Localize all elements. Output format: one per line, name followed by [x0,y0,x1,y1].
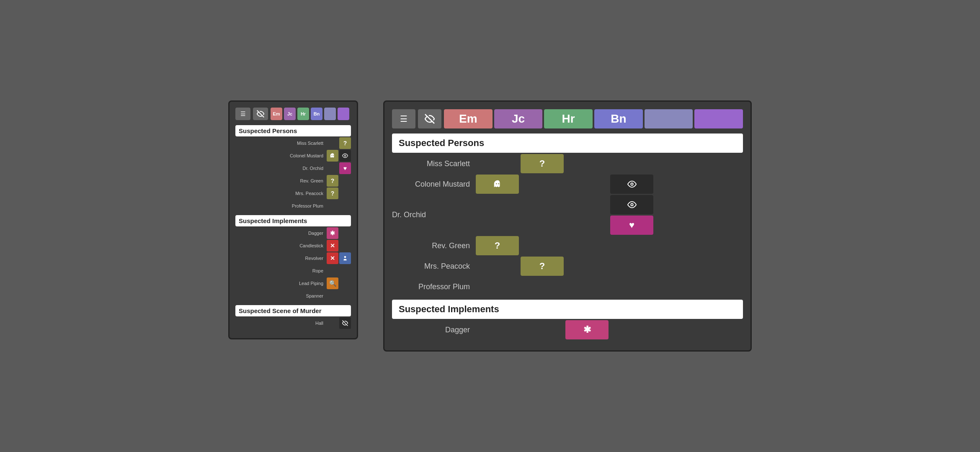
large-eye-slash-button[interactable] [418,109,441,128]
large-cell-orchid-stack: ♥ [610,195,653,235]
large-tab-em[interactable]: Em [444,109,493,128]
small-cell-empty-spanner1 [327,290,338,302]
large-cell-empty-pl6 [700,277,743,296]
small-label-lead-piping: Lead Piping [235,281,327,286]
small-row-dagger: Dagger ✱ [235,227,351,239]
large-row-miss-scarlett: Miss Scarlett ? [392,154,743,173]
small-cell-empty-candlestick [339,240,351,252]
small-row-lead-piping: Lead Piping 🔍 [235,277,351,289]
small-persons-header: Suspected Persons [235,125,351,136]
large-cell-question-green[interactable]: ? [476,236,519,255]
small-cell-empty-hall [327,317,338,329]
small-label-hall: Hall [235,321,327,326]
large-row-dagger: Dagger ✱ [392,320,743,339]
large-cell-empty-gr5 [655,236,698,255]
small-cells-spanner [327,290,351,302]
large-row-mrs-peacock: Mrs. Peacock ? [392,257,743,276]
large-cell-empty-or3 [565,195,609,214]
small-tab-bn[interactable]: Bn [311,108,322,120]
small-row-candlestick: Candlestick ✕ [235,240,351,252]
large-tab-p5[interactable] [645,109,693,128]
small-cell-empty-peacock [339,187,351,199]
small-cell-search-piping[interactable]: 🔍 [327,277,338,289]
small-label-rope: Rope [235,268,327,273]
small-panel: ☰ Em Jc Hr Bn Suspected Persons [228,100,358,339]
small-cell-person-revolver[interactable] [339,252,351,264]
large-cell-heart-orchid[interactable]: ♥ [610,216,653,235]
large-label-dr-orchid: Dr. Orchid [392,195,476,235]
large-tab-jc[interactable]: Jc [494,109,543,128]
large-cell-empty-pe4 [610,257,653,276]
small-cell-x-candlestick[interactable]: ✕ [327,240,338,252]
large-cell-question-sc[interactable]: ? [521,154,564,173]
large-cell-eye-orchid[interactable] [610,195,653,214]
large-cell-empty-or1 [476,195,519,214]
small-implements-header: Suspected Implements [235,215,351,226]
large-row-professor-plum: Professor Plum [392,277,743,296]
small-cell-eyeslash-hall[interactable] [339,317,351,329]
small-tab-p5[interactable] [324,108,336,120]
small-cell-empty-green [339,175,351,187]
large-cell-eye-mustard[interactable] [610,175,653,194]
large-cell-empty-sc6 [700,154,743,173]
large-panel: ☰ Em Jc Hr Bn Suspected Persons [383,100,752,352]
small-row-miss-scarlett: Miss Scarlett ? [235,137,351,149]
small-row-revolver: Revolver ✕ [235,252,351,264]
small-cells-colonel-mustard [327,150,351,162]
large-cell-empty-pl3 [565,277,609,296]
small-eye-slash-button[interactable] [253,108,268,120]
large-cell-empty-mu2 [521,175,564,194]
large-cell-ghost-mustard[interactable] [476,175,519,194]
small-cell-question[interactable]: ? [339,137,351,149]
small-cell-ghost-mustard[interactable] [327,150,338,162]
small-menu-button[interactable]: ☰ [235,108,250,120]
small-toolbar: ☰ Em Jc Hr Bn [235,108,351,120]
small-cell-empty-orchid [327,162,338,174]
small-cell-empty-plum2 [339,200,351,212]
large-cell-empty-mu3 [565,175,609,194]
large-tab-bn[interactable]: Bn [594,109,643,128]
small-cell-star-dagger[interactable]: ✱ [327,227,338,239]
large-tab-hr[interactable]: Hr [544,109,593,128]
large-cell-star-dagger[interactable]: ✱ [565,320,609,339]
large-label-miss-scarlett: Miss Scarlett [392,159,476,168]
large-cell-empty-mu5 [655,175,698,194]
small-cell-eye-mustard[interactable] [339,150,351,162]
large-cell-empty-gr6 [700,236,743,255]
small-cells-professor-plum [327,200,351,212]
small-label-professor-plum: Professor Plum [235,203,327,208]
large-cell-question-peacock[interactable]: ? [521,257,564,276]
small-cell-x-revolver[interactable]: ✕ [327,252,338,264]
small-cell-question-peacock[interactable]: ? [327,187,338,199]
small-cell-heart-orchid[interactable]: ♥ [339,162,351,174]
large-cells-dagger: ✱ [476,320,743,339]
small-label-dagger: Dagger [235,231,327,236]
svg-point-2 [333,155,334,156]
large-cell-empty-sc1 [476,154,519,173]
large-cell-empty-da1 [476,320,519,339]
small-cells-rope [327,265,351,277]
large-cell-empty-pe5 [655,257,698,276]
small-cell-empty [327,137,338,149]
small-label-spanner: Spanner [235,293,327,298]
svg-point-4 [344,256,346,258]
large-cells-mrs-peacock: ? [476,257,743,276]
large-label-professor-plum: Professor Plum [392,282,476,291]
small-cell-question-green[interactable]: ? [327,175,338,187]
large-cell-empty-da2 [521,320,564,339]
small-tab-p6[interactable] [338,108,349,120]
large-tab-p6[interactable] [694,109,743,128]
large-cell-empty-gr2 [521,236,564,255]
small-tab-jc[interactable]: Jc [284,108,296,120]
large-cell-empty-sc3 [565,154,609,173]
large-row-rev-green: Rev. Green ? [392,236,743,255]
large-row-dr-orchid: Dr. Orchid ♥ [392,195,743,235]
large-implements-header: Suspected Implements [392,300,743,319]
large-cell-empty-pl4 [610,277,653,296]
small-row-rope: Rope [235,265,351,277]
small-tab-em[interactable]: Em [271,108,282,120]
large-menu-button[interactable]: ☰ [392,109,415,128]
small-cells-dagger: ✱ [327,227,351,239]
small-tab-hr[interactable]: Hr [297,108,309,120]
small-cells-lead-piping: 🔍 [327,277,351,289]
